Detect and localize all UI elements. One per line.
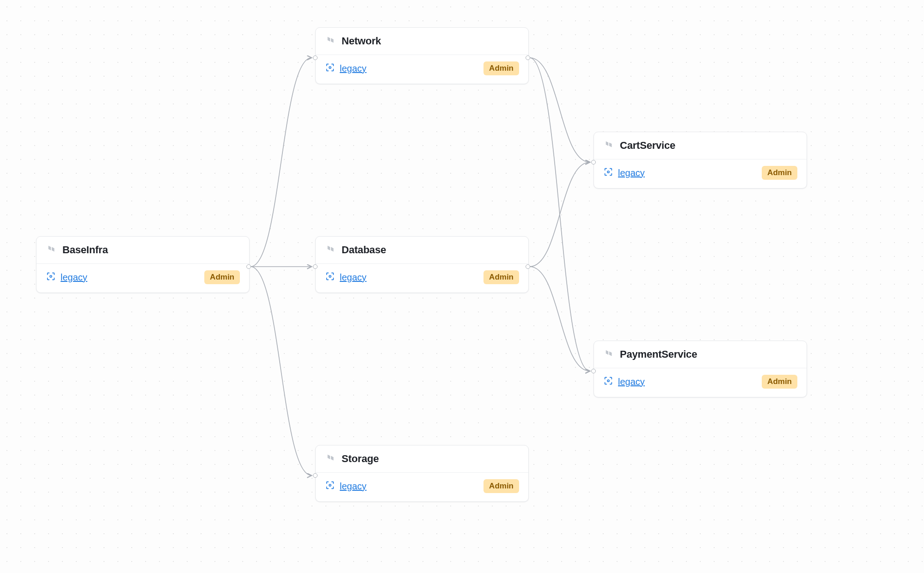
terraform-icon [326,244,336,256]
node-database[interactable]: Database legacy Admin [315,236,529,293]
port-in [591,160,596,165]
workspace-link[interactable]: legacy [325,62,367,75]
svg-point-4 [607,171,609,172]
node-body: legacy Admin [316,473,528,501]
terraform-icon [604,140,614,152]
terraform-icon [326,453,336,465]
node-title: Database [342,244,386,256]
node-title: PaymentService [620,348,697,360]
terraform-icon [604,349,614,360]
diagram-canvas[interactable]: BaseInfra legacy Admin Network legacy [0,0,924,573]
node-header: PaymentService [594,341,807,368]
edge [251,58,312,267]
workspace-icon [325,271,335,284]
workspace-label: legacy [340,63,367,74]
terraform-icon [47,244,57,256]
terraform-icon [326,36,336,47]
node-body: legacy Admin [37,264,249,293]
workspace-icon [325,62,335,75]
svg-point-2 [329,275,331,277]
port-in [591,369,596,373]
edge [530,267,590,371]
node-paymentservice[interactable]: PaymentService legacy Admin [594,341,807,397]
workspace-label: legacy [61,272,87,283]
workspace-link[interactable]: legacy [325,480,367,493]
workspace-link[interactable]: legacy [603,167,645,179]
role-badge: Admin [483,61,519,75]
workspace-label: legacy [618,168,645,178]
workspace-link[interactable]: legacy [46,271,87,284]
workspace-label: legacy [340,481,367,492]
node-storage[interactable]: Storage legacy Admin [315,445,529,502]
port-out [526,264,530,269]
node-title: CartService [620,140,675,152]
workspace-link[interactable]: legacy [603,376,645,388]
node-baseinfra[interactable]: BaseInfra legacy Admin [36,236,250,293]
port-in [313,473,318,478]
node-body: legacy Admin [316,55,528,84]
port-out [526,55,530,60]
svg-point-5 [607,379,609,381]
workspace-link[interactable]: legacy [325,271,367,284]
svg-point-1 [329,66,331,68]
workspace-label: legacy [340,272,367,283]
workspace-icon [46,271,56,284]
port-out [246,264,251,269]
node-header: BaseInfra [37,237,249,264]
port-in [313,264,318,269]
node-body: legacy Admin [594,368,807,397]
role-badge: Admin [204,270,240,284]
role-badge: Admin [483,479,519,493]
edge [530,162,590,267]
node-body: legacy Admin [594,159,807,188]
edge [530,58,590,371]
role-badge: Admin [762,166,797,180]
node-cartservice[interactable]: CartService legacy Admin [594,132,807,189]
edge [251,267,312,475]
edge [530,58,590,162]
node-title: Storage [342,453,379,465]
workspace-icon [603,376,613,388]
node-header: Database [316,237,528,264]
workspace-icon [603,167,613,179]
svg-point-0 [50,275,52,277]
role-badge: Admin [762,375,797,389]
node-header: CartService [594,132,807,159]
node-network[interactable]: Network legacy Admin [315,27,529,84]
role-badge: Admin [483,270,519,284]
node-header: Network [316,28,528,55]
node-title: Network [342,35,381,47]
node-title: BaseInfra [62,244,108,256]
workspace-label: legacy [618,377,645,387]
workspace-icon [325,480,335,493]
node-body: legacy Admin [316,264,528,293]
svg-point-3 [329,484,331,486]
node-header: Storage [316,445,528,473]
port-in [313,55,318,60]
